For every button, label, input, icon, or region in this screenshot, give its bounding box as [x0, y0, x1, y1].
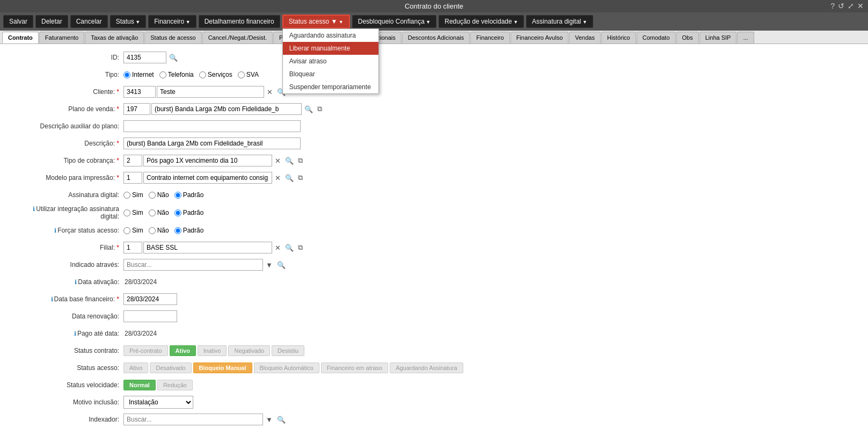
- plano-code-input[interactable]: [123, 103, 150, 115]
- tipo-telefonia-option[interactable]: Telefonia: [159, 71, 194, 78]
- integracao-padrao-radio[interactable]: [174, 209, 181, 216]
- tab-taxas-ativacao[interactable]: Taxas de ativação: [85, 32, 144, 44]
- assinatura-padrao-radio[interactable]: [174, 192, 181, 199]
- plano-search-icon[interactable]: 🔍: [303, 105, 315, 114]
- integracao-sim-option[interactable]: Sim: [123, 209, 143, 216]
- filial-code-input[interactable]: [123, 242, 142, 253]
- indexador-dropdown-icon[interactable]: ▼: [264, 415, 274, 424]
- reducao-button[interactable]: Redução de velocidade: [439, 15, 524, 28]
- assinatura-nao-radio[interactable]: [149, 192, 156, 199]
- tab-historico[interactable]: Histórico: [601, 32, 636, 44]
- plano-open-icon[interactable]: ⧉: [316, 104, 324, 114]
- status-acesso-desativado[interactable]: Desativado: [150, 363, 191, 373]
- integracao-sim-radio[interactable]: [123, 209, 130, 216]
- filial-open-icon[interactable]: ⧉: [296, 243, 304, 252]
- descricao-auxiliar-input[interactable]: [123, 120, 301, 132]
- modelo-name-input[interactable]: [143, 172, 272, 184]
- plano-name-input[interactable]: [151, 103, 302, 115]
- status-button[interactable]: Status: [110, 15, 146, 28]
- status-acesso-financeiro-atraso[interactable]: Financeiro em atraso: [321, 363, 388, 373]
- desbloqueio-button[interactable]: Desbloqueio Confiança: [352, 15, 437, 28]
- assinatura-padrao-option[interactable]: Padrão: [174, 191, 204, 199]
- tipo-sva-radio[interactable]: [238, 71, 245, 78]
- integracao-nao-radio[interactable]: [149, 209, 156, 216]
- descricao-input[interactable]: [123, 137, 301, 149]
- status-velocidade-normal[interactable]: Normal: [123, 380, 156, 390]
- tab-more[interactable]: ...: [737, 32, 754, 44]
- indicado-input[interactable]: [123, 259, 263, 271]
- tab-faturamento[interactable]: Faturamento: [39, 32, 84, 44]
- assinatura-nao-option[interactable]: Não: [149, 191, 169, 199]
- tab-status-acesso[interactable]: Status de acesso: [144, 32, 201, 44]
- cliente-name-input[interactable]: [157, 86, 264, 98]
- menu-bloquear[interactable]: Bloquear: [283, 68, 378, 81]
- cliente-clear-icon[interactable]: ✕: [265, 88, 274, 97]
- modelo-open-icon[interactable]: ⧉: [296, 173, 304, 183]
- tipo-servicos-radio[interactable]: [199, 71, 206, 78]
- id-input[interactable]: [123, 52, 166, 63]
- status-velocidade-reducao[interactable]: Redução: [157, 380, 193, 390]
- integracao-padrao-option[interactable]: Padrão: [174, 209, 204, 216]
- modelo-code-input[interactable]: [123, 172, 142, 184]
- detalhamento-button[interactable]: Detalhamento financeiro: [199, 15, 280, 28]
- tab-obs[interactable]: Obs: [676, 32, 699, 44]
- cobranca-clear-icon[interactable]: ✕: [273, 156, 282, 165]
- cancelar-button[interactable]: Cancelar: [70, 15, 108, 28]
- tab-cancel[interactable]: Cancel./Negat./Desist.: [202, 32, 273, 44]
- indexador-input[interactable]: [123, 414, 263, 425]
- cobranca-code-input[interactable]: [123, 155, 142, 166]
- status-contrato-ativo[interactable]: Ativo: [170, 345, 196, 356]
- status-acesso-ativo[interactable]: Ativo: [123, 363, 148, 373]
- salvar-button[interactable]: Salvar: [3, 15, 33, 28]
- indexador-search-icon[interactable]: 🔍: [275, 415, 287, 424]
- forcar-padrao-radio[interactable]: [174, 227, 181, 234]
- cliente-code-input[interactable]: [123, 86, 156, 98]
- menu-liberar-manualmente[interactable]: Liberar manualmente: [283, 42, 378, 55]
- modelo-search-icon[interactable]: 🔍: [283, 173, 295, 183]
- forcar-sim-option[interactable]: Sim: [123, 227, 143, 234]
- status-contrato-inativo[interactable]: Inativo: [198, 345, 227, 356]
- tab-financeiro-avulso[interactable]: Financeiro Avulso: [510, 32, 569, 44]
- status-acesso-aguardando-assinatura[interactable]: Aguardando Assinatura: [390, 363, 463, 373]
- financeiro-button[interactable]: Financeiro: [148, 15, 196, 28]
- status-contrato-pre-contrato[interactable]: Pré-contrato: [123, 345, 168, 356]
- filial-name-input[interactable]: [143, 242, 272, 253]
- tab-vendas[interactable]: Vendas: [569, 32, 601, 44]
- indicado-search-icon[interactable]: 🔍: [275, 260, 287, 270]
- tipo-servicos-option[interactable]: Serviços: [199, 71, 232, 78]
- expand-icon[interactable]: ⤢: [848, 2, 854, 10]
- tab-financeiro[interactable]: Financeiro: [470, 32, 509, 44]
- tab-descontos[interactable]: Descontos Adicionais: [402, 32, 470, 44]
- menu-suspender[interactable]: Suspender temporariamente: [283, 81, 378, 93]
- filial-search-icon[interactable]: 🔍: [283, 243, 295, 252]
- menu-avisar-atraso[interactable]: Avisar atraso: [283, 55, 378, 68]
- status-contrato-negativado[interactable]: Negativado: [228, 345, 270, 356]
- assinatura-button[interactable]: Assinatura digital: [526, 15, 593, 28]
- tab-contrato[interactable]: Contrato: [2, 32, 39, 44]
- status-contrato-desistiu[interactable]: Desistiu: [272, 345, 304, 356]
- help-icon[interactable]: ?: [830, 2, 835, 10]
- data-renovacao-input[interactable]: [123, 310, 177, 322]
- close-icon[interactable]: ✕: [857, 2, 864, 10]
- deletar-button[interactable]: Deletar: [35, 15, 68, 28]
- tipo-internet-radio[interactable]: [123, 71, 130, 78]
- forcar-padrao-option[interactable]: Padrão: [174, 227, 204, 234]
- modelo-clear-icon[interactable]: ✕: [273, 173, 282, 183]
- integracao-nao-option[interactable]: Não: [149, 209, 169, 216]
- menu-aguardando-assinatura[interactable]: Aguardando assinatura: [283, 29, 378, 42]
- tipo-sva-option[interactable]: SVA: [238, 71, 259, 78]
- assinatura-sim-radio[interactable]: [123, 192, 130, 199]
- assinatura-sim-option[interactable]: Sim: [123, 191, 143, 199]
- status-acesso-button[interactable]: Status acesso ▼: [282, 15, 350, 28]
- id-search-icon[interactable]: 🔍: [167, 53, 179, 62]
- motivo-inclusao-select[interactable]: Instalação Migração Outros: [123, 396, 193, 409]
- data-base-financeiro-input[interactable]: [123, 293, 177, 305]
- tipo-internet-option[interactable]: Internet: [123, 71, 154, 78]
- cobranca-name-input[interactable]: [143, 155, 272, 166]
- filial-clear-icon[interactable]: ✕: [273, 243, 282, 252]
- status-acesso-bloqueio-manual[interactable]: Bloqueio Manual: [193, 363, 252, 373]
- forcar-nao-option[interactable]: Não: [149, 227, 169, 234]
- refresh-icon[interactable]: ↺: [838, 2, 844, 10]
- tab-comodato[interactable]: Comodato: [637, 32, 676, 44]
- forcar-nao-radio[interactable]: [149, 227, 156, 234]
